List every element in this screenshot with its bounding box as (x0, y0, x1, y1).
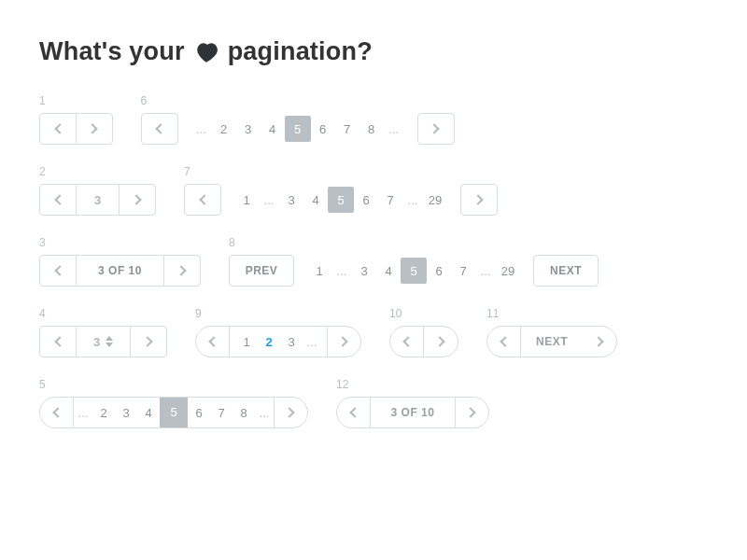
chevron-right-icon (142, 336, 152, 346)
pagination-v7: 1 ... 3 4 5 6 7 ... 29 (184, 184, 498, 216)
prev-button[interactable]: PREV (229, 255, 294, 287)
variant-label-7: 7 (184, 165, 498, 178)
ellipsis: ... (384, 113, 404, 145)
chevron-right-icon (434, 336, 444, 346)
prev-button[interactable] (39, 184, 77, 216)
next-button[interactable] (119, 184, 156, 216)
chevron-left-icon (54, 265, 64, 275)
prev-button[interactable] (487, 327, 521, 357)
page-1[interactable]: 1 (235, 335, 258, 349)
next-button[interactable] (130, 326, 167, 357)
pagination-v4: 3 (39, 326, 167, 357)
prev-button[interactable] (390, 327, 424, 357)
variant-label-5: 5 (39, 378, 308, 391)
prev-button[interactable] (39, 113, 77, 145)
next-button[interactable] (583, 327, 616, 357)
page-1[interactable]: 1 (234, 184, 259, 216)
ellipsis: ... (255, 397, 274, 428)
pagination-v11: NEXT (486, 326, 617, 357)
ellipsis: ... (331, 255, 352, 287)
page-5-active[interactable]: 5 (328, 187, 354, 213)
variant-label-8: 8 (229, 236, 599, 249)
ellipsis: ... (259, 184, 279, 216)
variant-label-12: 12 (336, 378, 489, 391)
ellipsis: ... (402, 184, 423, 216)
page-6[interactable]: 6 (311, 113, 335, 145)
page-2[interactable]: 2 (92, 397, 115, 428)
page-29[interactable]: 29 (423, 184, 447, 216)
next-button[interactable] (327, 327, 360, 357)
ellipsis: ... (303, 335, 321, 349)
pagination-v3: 3 OF 10 (39, 255, 201, 287)
next-button[interactable] (417, 113, 455, 145)
page-2-active[interactable]: 2 (258, 335, 280, 349)
chevron-left-icon (208, 336, 218, 346)
pagination-v12: 3 OF 10 (336, 397, 489, 428)
chevron-right-icon (593, 336, 603, 346)
chevron-right-icon (465, 407, 475, 417)
prev-button[interactable] (39, 255, 77, 287)
variant-label-9: 9 (195, 307, 361, 320)
page-3[interactable]: 3 (279, 184, 303, 216)
next-button[interactable] (424, 327, 458, 357)
title-post: pagination? (228, 37, 373, 66)
page-4[interactable]: 4 (261, 113, 285, 145)
page-6[interactable]: 6 (188, 397, 210, 428)
chevron-right-icon (429, 123, 439, 133)
pagination-v6: ... 2 3 4 5 6 7 8 ... (141, 113, 455, 145)
chevron-right-icon (87, 123, 97, 133)
pagination-v9: 1 2 3 ... (195, 326, 361, 357)
prev-button[interactable] (184, 184, 221, 216)
next-label[interactable]: NEXT (521, 327, 583, 357)
chevron-left-icon (500, 336, 510, 346)
prev-button[interactable] (39, 326, 77, 357)
page-6[interactable]: 6 (354, 184, 378, 216)
prev-button[interactable] (141, 113, 178, 145)
page-8[interactable]: 8 (233, 397, 255, 428)
page-5-active[interactable]: 5 (401, 258, 427, 284)
page-29[interactable]: 29 (496, 255, 520, 287)
page-7[interactable]: 7 (451, 255, 475, 287)
variant-label-2: 2 (39, 165, 156, 178)
page-4[interactable]: 4 (137, 397, 160, 428)
variant-label-3: 3 (39, 236, 201, 249)
next-button[interactable] (274, 398, 307, 427)
page-3[interactable]: 3 (236, 113, 261, 145)
chevron-left-icon (155, 123, 165, 133)
page-indicator: 3 OF 10 (371, 398, 455, 427)
chevron-left-icon (349, 407, 359, 417)
pagination-v2: 3 (39, 184, 156, 216)
page-2[interactable]: 2 (212, 113, 236, 145)
chevron-right-icon (337, 336, 347, 346)
page-stepper[interactable]: 3 (76, 326, 132, 357)
chevron-left-icon (52, 407, 63, 417)
page-1[interactable]: 1 (307, 255, 331, 287)
ellipsis: ... (74, 397, 92, 428)
next-button[interactable]: NEXT (533, 255, 599, 287)
ellipsis: ... (191, 113, 212, 145)
page-4[interactable]: 4 (303, 184, 328, 216)
page-8[interactable]: 8 (359, 113, 384, 145)
page-5-active[interactable]: 5 (285, 116, 311, 142)
next-button[interactable] (460, 184, 498, 216)
page-3[interactable]: 3 (352, 255, 376, 287)
chevron-left-icon (54, 336, 64, 346)
page-7[interactable]: 7 (210, 397, 233, 428)
next-button[interactable] (76, 113, 113, 145)
page-6[interactable]: 6 (427, 255, 451, 287)
variant-label-4: 4 (39, 307, 167, 320)
page-3[interactable]: 3 (280, 335, 303, 349)
prev-button[interactable] (40, 398, 74, 427)
pagination-v1 (39, 113, 113, 145)
prev-button[interactable] (196, 327, 230, 357)
variant-label-10: 10 (389, 307, 458, 320)
page-3[interactable]: 3 (115, 397, 137, 428)
next-button[interactable] (455, 398, 488, 427)
page-7[interactable]: 7 (335, 113, 359, 145)
prev-button[interactable] (337, 398, 371, 427)
page-4[interactable]: 4 (376, 255, 401, 287)
page-7[interactable]: 7 (378, 184, 402, 216)
next-button[interactable] (163, 255, 201, 287)
page-5-active[interactable]: 5 (160, 397, 188, 428)
current-page[interactable]: 3 (76, 184, 120, 216)
